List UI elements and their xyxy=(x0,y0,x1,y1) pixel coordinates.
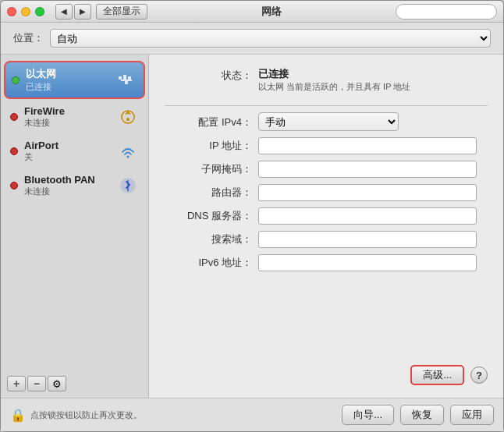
bottom-bar: 🔒 点按锁按钮以防止再次更改。 向导... 恢复 应用 xyxy=(1,398,503,431)
network-settings-button[interactable]: ⚙ xyxy=(48,376,66,391)
titlebar: ◀ ▶ 全部显示 网络 xyxy=(1,1,503,23)
sidebar-item-ethernet[interactable]: 以太网 已连接 xyxy=(4,61,145,99)
firewire-icon xyxy=(117,106,139,128)
advanced-button[interactable]: 高级... xyxy=(410,365,464,385)
svg-rect-4 xyxy=(125,81,128,84)
ip-address-value xyxy=(258,137,488,154)
search-domain-row: 搜索域： xyxy=(165,231,488,248)
svg-point-6 xyxy=(126,118,130,121)
restore-button[interactable]: 恢复 xyxy=(400,405,444,425)
help-button[interactable]: ? xyxy=(470,366,488,384)
lock-area: 🔒 点按锁按钮以防止再次更改。 xyxy=(10,408,335,423)
ipv6-input[interactable] xyxy=(258,254,477,271)
ethernet-icon xyxy=(115,69,137,91)
ipv6-label: IPv6 地址： xyxy=(165,254,258,270)
svg-rect-3 xyxy=(121,80,132,81)
subnet-label: 子网掩码： xyxy=(165,161,258,176)
forward-button[interactable]: ▶ xyxy=(74,4,91,19)
sidebar-item-firewire[interactable]: FireWire 未连接 xyxy=(4,101,145,133)
ipv4-config-row: 配置 IPv4： 手动 xyxy=(165,112,488,131)
status-dot-airport xyxy=(10,147,18,155)
router-row: 路由器： xyxy=(165,184,488,201)
bluetooth-name: Bluetooth PAN xyxy=(24,174,117,186)
status-row: 状态： 已连接 以太网 当前是活跃的，并且具有 IP 地址 xyxy=(165,67,488,93)
ipv4-config-value: 手动 xyxy=(258,112,488,131)
ip-address-label: IP 地址： xyxy=(165,137,258,153)
show-all-button[interactable]: 全部显示 xyxy=(96,4,147,19)
status-dot-bluetooth xyxy=(10,182,18,189)
ethernet-name: 以太网 xyxy=(26,67,115,81)
airport-icon xyxy=(117,140,139,162)
status-description: 以太网 当前是活跃的，并且具有 IP 地址 xyxy=(258,81,488,93)
window-title: 网络 xyxy=(152,5,391,19)
ethernet-status: 已连接 xyxy=(26,81,115,93)
network-sidebar: 以太网 已连接 FireWire xyxy=(1,55,149,398)
svg-rect-1 xyxy=(123,75,126,80)
close-button[interactable] xyxy=(7,7,16,16)
airport-name: AirPort xyxy=(24,140,117,151)
minimize-button[interactable] xyxy=(21,7,30,16)
bluetooth-status: 未连接 xyxy=(24,186,117,197)
search-domain-input[interactable] xyxy=(258,231,477,248)
router-value xyxy=(258,184,488,201)
nav-buttons: ◀ ▶ xyxy=(55,4,91,19)
svg-point-7 xyxy=(127,156,130,158)
bluetooth-icon xyxy=(117,175,139,197)
svg-rect-2 xyxy=(128,76,131,80)
lock-icon[interactable]: 🔒 xyxy=(10,408,26,423)
search-domain-label: 搜索域： xyxy=(165,231,258,246)
search-input[interactable] xyxy=(396,4,497,19)
lock-text: 点按锁按钮以防止再次更改。 xyxy=(30,409,142,421)
firewire-name: FireWire xyxy=(24,105,117,117)
network-preferences-window: ◀ ▶ 全部显示 网络 位置： 自动 以太网 已连接 xyxy=(0,0,504,432)
router-label: 路由器： xyxy=(165,184,258,200)
status-value: 已连接 xyxy=(258,67,488,81)
search-domain-value xyxy=(258,231,488,248)
ip-address-input[interactable] xyxy=(258,137,477,154)
firewire-info: FireWire 未连接 xyxy=(24,105,117,129)
sidebar-actions: + − ⚙ xyxy=(4,373,145,395)
dns-input[interactable] xyxy=(258,207,477,225)
svg-rect-0 xyxy=(119,76,122,80)
ip-address-row: IP 地址： xyxy=(165,137,488,154)
location-select[interactable]: 自动 xyxy=(50,29,491,48)
add-network-button[interactable]: + xyxy=(7,376,26,391)
sidebar-item-bluetooth[interactable]: Bluetooth PAN 未连接 xyxy=(4,169,145,202)
dns-row: DNS 服务器： xyxy=(165,207,488,225)
ipv4-config-select[interactable]: 手动 xyxy=(258,112,399,131)
remove-network-button[interactable]: − xyxy=(27,376,46,391)
subnet-value xyxy=(258,161,488,178)
maximize-button[interactable] xyxy=(35,7,44,16)
subnet-input[interactable] xyxy=(258,161,477,178)
content-area: 以太网 已连接 FireWire xyxy=(1,55,503,398)
airport-status: 关 xyxy=(24,151,117,163)
subnet-row: 子网掩码： xyxy=(165,161,488,178)
ipv4-config-label: 配置 IPv4： xyxy=(165,114,258,129)
separator-1 xyxy=(165,105,488,106)
toolbar: 位置： 自动 xyxy=(1,23,503,55)
back-button[interactable]: ◀ xyxy=(55,4,73,19)
router-input[interactable] xyxy=(258,184,477,201)
main-panel: 状态： 已连接 以太网 当前是活跃的，并且具有 IP 地址 配置 IPv4： 手… xyxy=(149,55,503,398)
airport-info: AirPort 关 xyxy=(24,140,117,163)
guide-button[interactable]: 向导... xyxy=(342,405,394,425)
bluetooth-info: Bluetooth PAN 未连接 xyxy=(24,174,117,197)
dns-label: DNS 服务器： xyxy=(165,207,258,223)
status-value-area: 已连接 以太网 当前是活跃的，并且具有 IP 地址 xyxy=(258,67,488,93)
status-dot-firewire xyxy=(10,113,18,121)
dns-value xyxy=(258,207,488,225)
firewire-status: 未连接 xyxy=(24,117,117,129)
status-label: 状态： xyxy=(165,67,258,83)
ipv6-row: IPv6 地址： xyxy=(165,254,488,271)
ethernet-info: 以太网 已连接 xyxy=(26,67,115,93)
ipv6-value xyxy=(258,254,488,271)
sidebar-item-airport[interactable]: AirPort 关 xyxy=(4,135,145,168)
location-label: 位置： xyxy=(13,31,44,45)
apply-button[interactable]: 应用 xyxy=(450,405,494,425)
bottom-buttons: 向导... 恢复 应用 xyxy=(342,405,494,425)
status-dot-ethernet xyxy=(12,76,20,84)
